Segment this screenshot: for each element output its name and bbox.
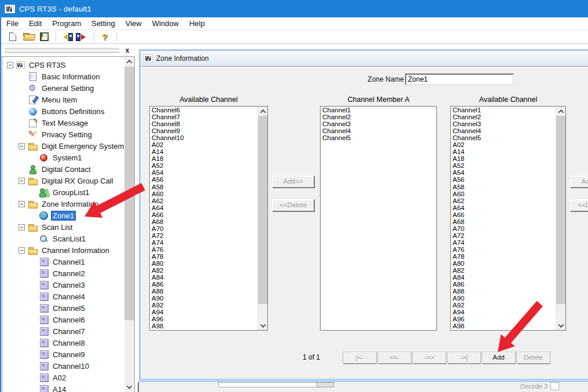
write-to-radio-button[interactable] (75, 31, 89, 43)
app-titlebar[interactable]: CPS RT3S - default1 (0, 0, 588, 17)
list-item[interactable]: A18 (150, 155, 258, 162)
list-item[interactable]: A84 (150, 274, 258, 281)
tree-item-cps-rt3s[interactable]: CPS RT3S (2, 59, 134, 71)
decode-field[interactable] (550, 382, 559, 390)
list-item[interactable]: A14 (150, 148, 258, 155)
add-channel-button-b[interactable]: Add>> (570, 175, 588, 188)
list-item[interactable]: Channel2 (321, 113, 436, 120)
list-item[interactable]: A64 (150, 204, 258, 211)
list-item[interactable]: A74 (451, 239, 556, 246)
menu-item-setting[interactable]: Setting (86, 17, 120, 30)
list-item[interactable]: A66 (150, 211, 258, 218)
list-item[interactable]: A96 (451, 316, 556, 323)
list-item[interactable]: A96 (150, 316, 258, 323)
list-item[interactable]: A94 (451, 309, 556, 316)
list-item[interactable]: A76 (451, 246, 556, 253)
list-item[interactable]: A52 (451, 162, 556, 169)
panel-close-icon[interactable]: x (123, 46, 132, 55)
tree-item-channel-information[interactable]: Channel Information (2, 244, 134, 256)
read-from-radio-button[interactable] (60, 31, 74, 43)
list-item[interactable]: A92 (451, 302, 556, 309)
new-document-button[interactable] (6, 31, 20, 43)
scroll-down-icon[interactable] (556, 321, 566, 330)
list-item[interactable]: A54 (451, 169, 556, 176)
list-item[interactable]: A02 (451, 141, 556, 148)
list-item[interactable]: A54 (150, 169, 258, 176)
list-item[interactable]: A66 (451, 211, 556, 218)
list-item[interactable]: Channel7 (150, 113, 258, 120)
scrollbar-thumb[interactable] (258, 116, 268, 304)
list-item[interactable]: A88 (451, 288, 556, 295)
scroll-up-icon[interactable] (556, 107, 566, 116)
pager-delete-button[interactable]: Delete (516, 351, 550, 364)
available-channel-listbox-left[interactable]: Channel6Channel7Channel8Channel9Channel1… (149, 106, 268, 331)
collapse-icon[interactable] (7, 62, 13, 68)
collapse-icon[interactable] (19, 224, 25, 230)
scroll-down-icon[interactable] (124, 382, 134, 392)
delete-channel-button-b[interactable]: <<Delete (570, 199, 588, 211)
pager-last-button[interactable]: ->| (447, 351, 481, 364)
list-item[interactable]: A14 (451, 148, 556, 155)
list-item[interactable]: Channel1 (451, 107, 556, 113)
list-item[interactable]: A70 (150, 225, 258, 232)
listbox-scrollbar[interactable] (258, 107, 267, 330)
tree-item-zone-information[interactable]: Zone Information (2, 198, 134, 210)
tree-item-channel7[interactable]: Channel7 (2, 325, 134, 337)
list-item[interactable]: A68 (451, 218, 556, 225)
list-item[interactable]: Channel6 (150, 107, 258, 113)
tree-item-channel6[interactable]: Channel6 (2, 314, 134, 325)
scroll-up-icon[interactable] (124, 57, 134, 67)
tree-item-text-message[interactable]: Text Message (2, 117, 134, 129)
tree-item-general-setting[interactable]: General Setting (2, 82, 134, 94)
tree-item-a14[interactable]: A14 (2, 383, 134, 392)
list-item[interactable]: A90 (150, 295, 258, 302)
tree-item-channel4[interactable]: Channel4 (2, 291, 134, 302)
list-item[interactable]: A52 (150, 162, 258, 169)
list-item[interactable]: A72 (451, 232, 556, 239)
list-item[interactable]: Channel2 (451, 113, 556, 120)
list-item[interactable]: A80 (451, 260, 556, 267)
list-item[interactable]: Channel5 (321, 134, 436, 141)
list-item[interactable]: Channel3 (321, 120, 436, 127)
tree-item-digital-rx-group-call[interactable]: Digital RX Group Call (2, 175, 134, 186)
tree-item-digital-contact[interactable]: Digital Contact (2, 163, 134, 175)
collapse-icon[interactable] (19, 247, 25, 254)
tree-item-system1[interactable]: System1 (2, 152, 134, 163)
list-item[interactable]: A98 (150, 323, 258, 329)
list-item[interactable]: A92 (150, 302, 258, 309)
list-item[interactable]: A94 (150, 309, 258, 316)
delete-channel-button[interactable]: <<Delete (272, 199, 314, 211)
scroll-down-icon[interactable] (258, 321, 268, 330)
list-item[interactable]: A62 (451, 197, 556, 204)
list-item[interactable]: A74 (150, 239, 258, 246)
list-item[interactable]: A86 (451, 281, 556, 288)
pager-first-button[interactable]: |<- (343, 351, 377, 364)
list-item[interactable]: A76 (150, 246, 258, 253)
collapse-icon[interactable] (19, 143, 25, 149)
tree-item-scan-list[interactable]: Scan List (2, 221, 134, 233)
listbox-scrollbar[interactable] (556, 107, 565, 330)
tree-item-menu-item[interactable]: Menu Item (2, 94, 134, 105)
list-item[interactable]: Channel4 (321, 127, 436, 134)
list-item[interactable]: A02 (150, 141, 258, 148)
pager-next-button[interactable]: ->> (412, 351, 446, 364)
list-item[interactable]: A84 (451, 274, 556, 281)
menu-item-file[interactable]: File (1, 17, 24, 30)
menu-item-help[interactable]: Help (184, 17, 210, 30)
panel-gripper[interactable] (5, 47, 119, 49)
tree-item-privacy-setting[interactable]: Privacy Setting (2, 129, 134, 140)
tree-item-zone1[interactable]: Zone1 (2, 210, 134, 221)
list-item[interactable]: A64 (451, 204, 556, 211)
list-item[interactable]: A82 (150, 267, 258, 274)
tree-item-basic-information[interactable]: Basic Information (2, 71, 134, 82)
list-item[interactable]: A18 (451, 155, 556, 162)
list-item[interactable]: A88 (150, 288, 258, 295)
pager-add-button[interactable]: Add (482, 351, 516, 364)
menu-item-program[interactable]: Program (47, 17, 86, 30)
list-item[interactable]: Channel10 (150, 134, 258, 141)
tree-item-channel3[interactable]: Channel3 (2, 279, 134, 291)
tree-item-grouplist1[interactable]: GroupList1 (2, 186, 134, 198)
list-item[interactable]: A98 (451, 323, 556, 329)
list-item[interactable]: A78 (451, 253, 556, 260)
menu-item-edit[interactable]: Edit (24, 17, 47, 30)
